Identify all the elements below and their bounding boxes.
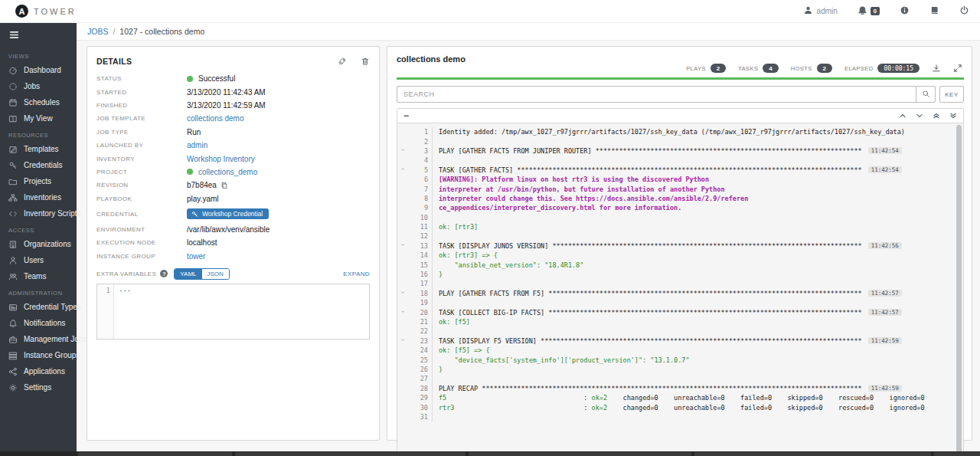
sidebar-item-label: Credentials <box>24 161 63 169</box>
stat-label: ELAPSED <box>844 65 873 72</box>
output-line: 11ok: [rtr3] <box>397 222 963 231</box>
scrollbar-thumb[interactable] <box>956 125 962 453</box>
myview-icon <box>8 114 18 123</box>
scroll-top-icon[interactable] <box>933 112 940 120</box>
scroll-down-icon[interactable] <box>916 112 923 120</box>
sidebar-item-my-view[interactable]: My View <box>0 110 77 126</box>
sidebar-item-teams[interactable]: Teams <box>0 268 77 284</box>
output-gutter: 2 <box>397 136 433 146</box>
notifications-button[interactable]: 0 <box>858 5 880 18</box>
detail-value-link[interactable]: tower <box>187 252 205 261</box>
user-menu[interactable]: admin <box>803 5 838 18</box>
json-toggle-button[interactable]: JSON <box>202 269 229 279</box>
line-number: 15 <box>410 261 432 269</box>
credential-chip[interactable]: Workshop Credential <box>187 208 269 219</box>
sidebar-item-label: Dashboard <box>24 66 61 74</box>
detail-value-link[interactable]: collections_demo <box>198 168 257 176</box>
about-button[interactable] <box>900 5 910 18</box>
collapse-task-icon[interactable] <box>397 338 410 343</box>
bell-icon <box>858 5 867 18</box>
management-jobs-icon <box>8 335 18 344</box>
sidebar-item-jobs[interactable]: Jobs <box>0 78 77 94</box>
line-text: TASK [DISPLAY JUNOS VERSION] ***********… <box>439 242 862 250</box>
relaunch-rocket-icon[interactable] <box>338 57 347 66</box>
scroll-up-icon[interactable] <box>899 112 906 120</box>
sidebar-item-applications[interactable]: Applications <box>0 363 77 379</box>
output-gutter: 31 <box>397 412 433 422</box>
stat-label: TASKS <box>738 65 758 72</box>
search-input[interactable] <box>397 86 916 103</box>
detail-value-link[interactable]: admin <box>187 141 207 149</box>
sidebar-item-label: My View <box>24 114 53 123</box>
sidebar-item-schedules[interactable]: Schedules <box>0 94 77 110</box>
line-number: 27 <box>410 375 432 382</box>
sidebar-item-label: Organizations <box>24 240 71 248</box>
detail-value: b7b84ea <box>187 181 217 189</box>
menu-toggle-button[interactable] <box>0 23 77 48</box>
detail-value-link[interactable]: Workshop Inventory <box>187 155 255 163</box>
format-toggle: YAML JSON <box>174 268 230 280</box>
sidebar-item-dashboard[interactable]: Dashboard <box>0 62 77 78</box>
output-line: 29f5 : ok=2 changed=0 unreachable=0 fail… <box>397 393 963 402</box>
help-icon[interactable]: ? <box>160 270 168 277</box>
top-navbar: A TOWER admin 0 <box>0 0 980 23</box>
key-button[interactable]: KEY <box>939 86 964 103</box>
line-text: ce_appendices/interpreter_discovery.html… <box>439 204 681 212</box>
line-number: 9 <box>410 204 432 212</box>
search-button[interactable] <box>916 86 936 103</box>
sidebar-item-users[interactable]: Users <box>0 252 77 268</box>
extra-variables-editor[interactable]: 1 --- <box>96 284 370 340</box>
sidebar-item-credential-types[interactable]: Credential Types <box>0 299 77 315</box>
delete-trash-icon[interactable] <box>361 57 370 66</box>
output-gutter: 21 <box>397 317 433 326</box>
sidebar-item-settings[interactable]: Settings <box>0 379 77 395</box>
detail-row-inventory: INVENTORYWorkshop Inventory <box>96 152 370 165</box>
user-icon <box>803 5 813 18</box>
output-scrollbar[interactable] <box>956 125 962 456</box>
dashboard-icon <box>8 66 18 75</box>
collapse-all-button[interactable]: − <box>403 112 409 120</box>
output-line: 18PLAY [GATHER FACTS FROM F5] **********… <box>397 289 963 298</box>
detail-label: PLAYBOOK <box>96 195 187 202</box>
sidebar-item-inventories[interactable]: Inventories <box>0 189 77 205</box>
sidebar-item-instance-groups[interactable]: Instance Groups <box>0 347 77 363</box>
breadcrumb-jobs-link[interactable]: JOBS <box>87 27 108 36</box>
collapse-task-icon[interactable] <box>397 243 410 248</box>
sidebar-section-label: RESOURCES <box>0 126 77 141</box>
detail-value-link[interactable]: collections demo <box>187 114 243 123</box>
output-title: collections demo <box>397 54 962 64</box>
sidebar-item-templates[interactable]: Templates <box>0 141 77 157</box>
output-line: 20TASK [COLLECT BIG-IP FACTS] **********… <box>397 307 963 317</box>
sidebar-item-organizations[interactable]: Organizations <box>0 236 77 252</box>
timestamp-badge: 11:42:54 <box>868 166 902 173</box>
output-gutter: 15 <box>397 260 433 269</box>
sidebar-item-inventory-scripts[interactable]: Inventory Scripts <box>0 205 77 221</box>
collapse-task-icon[interactable] <box>397 310 410 315</box>
sidebar-item-label: Applications <box>24 367 65 376</box>
sidebar-item-notifications[interactable]: Notifications <box>0 315 77 331</box>
sidebar-item-credentials[interactable]: Credentials <box>0 157 77 173</box>
scroll-bottom-icon[interactable] <box>949 112 957 120</box>
collapse-task-icon[interactable] <box>397 167 410 172</box>
copy-icon[interactable] <box>220 182 228 189</box>
detail-row-launched-by: LAUNCHED BYadmin <box>96 139 370 152</box>
collapse-task-icon[interactable] <box>397 148 410 153</box>
inventory-scripts-icon <box>8 209 18 218</box>
sidebar-item-management-jobs[interactable]: Management Jobs <box>0 331 77 347</box>
logout-button[interactable] <box>959 5 969 18</box>
timestamp-badge: 11:42:57 <box>868 290 902 297</box>
sidebar-item-projects[interactable]: Projects <box>0 173 77 189</box>
expand-link[interactable]: EXPAND <box>343 271 370 277</box>
stat-hosts: HOSTS2 <box>791 64 832 73</box>
search-icon <box>922 87 930 101</box>
download-icon[interactable] <box>932 64 941 73</box>
line-number: 25 <box>410 356 432 364</box>
docs-button[interactable] <box>929 5 939 18</box>
key-icon <box>191 211 198 218</box>
yaml-toggle-button[interactable]: YAML <box>175 269 201 279</box>
collapse-task-icon[interactable] <box>397 290 410 296</box>
organizations-icon <box>8 240 18 249</box>
status-dot <box>187 76 193 82</box>
expand-output-icon[interactable] <box>953 64 962 73</box>
output-line: 22 <box>397 326 963 336</box>
